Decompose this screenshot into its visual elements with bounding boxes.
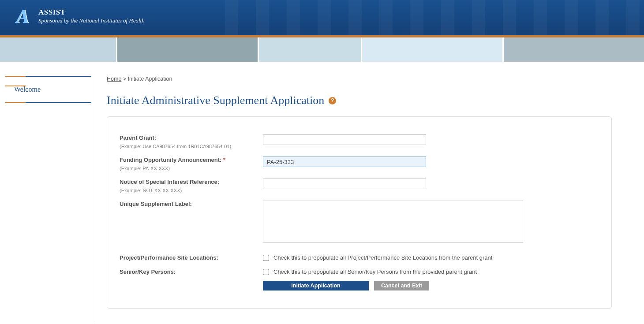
initiate-application-button[interactable]: Initiate Application xyxy=(263,281,369,290)
senior-key-persons-checkbox[interactable] xyxy=(263,269,269,275)
senior-key-persons-checkbox-text: Check this to prepopulate all Senior/Key… xyxy=(273,268,477,276)
site-locations-checkbox[interactable] xyxy=(263,255,269,261)
nosi-input[interactable] xyxy=(263,179,426,189)
parent-grant-label: Parent Grant: xyxy=(120,134,255,142)
sidebar-item-welcome[interactable]: Welcome xyxy=(5,76,91,103)
cancel-and-exit-button[interactable]: Cancel and Exit xyxy=(374,281,429,290)
nosi-label: Notice of Special Interest Reference: xyxy=(120,179,255,186)
header: A ASSIST Sponsored by the National Insti… xyxy=(0,0,644,36)
sidebar: Welcome xyxy=(0,76,95,103)
site-locations-checkbox-text: Check this to prepopulate all Project/Pe… xyxy=(273,254,492,261)
supp-label-label: Unique Supplement Label: xyxy=(120,201,255,208)
parent-grant-hint: (Example: Use CA987654 from 1R01CA987654… xyxy=(120,143,255,149)
brand: A ASSIST Sponsored by the National Insti… xyxy=(11,4,145,29)
sidebar-item-label: Welcome xyxy=(14,86,41,93)
page-title: Initiate Administrative Supplement Appli… xyxy=(107,94,324,107)
nosi-hint: (Example: NOT-XX-XX-XXX) xyxy=(120,187,255,194)
foa-input[interactable] xyxy=(263,156,426,167)
help-icon[interactable]: ? xyxy=(329,97,336,104)
breadcrumb-home-link[interactable]: Home xyxy=(107,76,121,82)
supp-label-textarea[interactable] xyxy=(263,201,523,243)
brand-logo-icon: A xyxy=(11,4,33,29)
site-locations-label: Project/Performance Site Locations: xyxy=(120,254,255,261)
header-pattern xyxy=(207,0,644,36)
foa-required-mark: * xyxy=(223,156,225,163)
hero-image-band xyxy=(0,36,644,62)
parent-grant-input[interactable] xyxy=(263,134,426,145)
form-panel: Parent Grant: (Example: Use CA987654 fro… xyxy=(107,116,612,309)
senior-key-persons-label: Senior/Key Persons: xyxy=(120,268,255,276)
main: Home > Initiate Application Initiate Adm… xyxy=(95,76,644,322)
breadcrumb: Home > Initiate Application xyxy=(107,76,635,82)
brand-subtitle: Sponsored by the National Institutes of … xyxy=(38,16,145,25)
breadcrumb-current: Initiate Application xyxy=(128,76,172,82)
foa-label: Funding Opportunity Announcement: xyxy=(120,156,221,163)
brand-title: ASSIST xyxy=(38,8,145,16)
foa-hint: (Example: PA-XX-XXX) xyxy=(120,165,255,171)
